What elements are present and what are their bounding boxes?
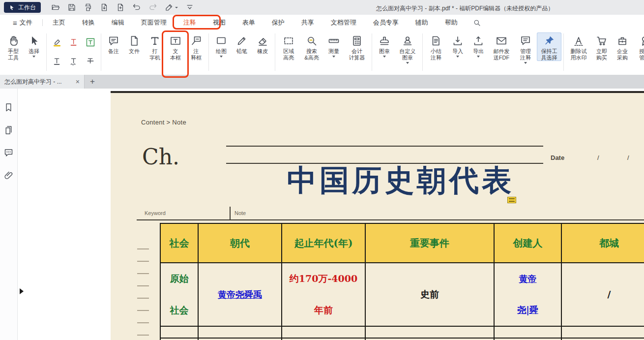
export-pdf-button[interactable] [98,1,110,13]
keep-tool-selected-button[interactable]: 保持工具选择 [537,32,561,61]
menu-comment[interactable]: 注释 [176,15,204,31]
close-tab-icon[interactable]: × [73,78,80,86]
panel-expand-toggle[interactable] [20,288,24,294]
create-pdf-button[interactable] [115,1,126,13]
pages-panel-button[interactable] [3,124,15,136]
manage-comments-button[interactable]: 管理注释 [514,32,537,64]
table-header-5: 都城 [562,224,644,262]
menu-document-management[interactable]: 文档管理 [323,15,364,31]
squiggly-underline-tool[interactable] [65,52,82,71]
cell-text: 年前 [314,305,333,316]
save-button[interactable] [66,1,78,13]
area-highlight-button[interactable]: 区域高亮 [277,32,300,61]
quick-toolbar-more-button[interactable] [184,1,196,13]
menu-label: 表单 [242,18,255,27]
measure-button[interactable]: 测量 [323,32,344,61]
export-comments-button[interactable]: 导出 [468,32,489,61]
doc-link[interactable]: 黄帝 [519,274,537,284]
button-label: 删除试用水印 [571,48,587,61]
area-icon [283,33,294,48]
menu-label: 共享 [301,18,314,27]
menu-form[interactable]: 表单 [234,15,263,31]
table-header-1: 朝代 [199,224,282,262]
menu-label: 帮助 [445,18,458,27]
bookmarks-panel-button[interactable] [3,101,15,113]
table-row-empty [161,327,644,339]
stamp-button[interactable]: 图章 [374,32,395,61]
cell-text: 史前 [420,289,439,300]
buy-now-button[interactable]: 立即购买 [591,32,612,61]
drawing-button[interactable]: 绘图 [211,32,232,61]
comments-panel-button[interactable] [3,147,15,158]
textbox-button[interactable]: 文本框 [165,32,186,61]
manage-icon [520,33,531,48]
redo-button[interactable] [147,1,159,13]
eraser-button[interactable]: 橡皮 [252,32,273,61]
undo-button[interactable] [131,1,143,13]
menu-member[interactable]: 会员专享 [365,15,407,31]
import-comments-button[interactable]: 导入 [447,32,468,61]
custom-stamp-button[interactable]: 自定义图章 [395,32,420,64]
print-button[interactable] [82,1,94,13]
margin-rule-line [137,298,149,299]
typewriter-button[interactable]: 打字机 [145,32,165,61]
menu-share[interactable]: 共享 [293,15,322,31]
boxed-text-tool[interactable] [82,32,99,52]
highlight-tool[interactable] [49,32,65,52]
doc-date-slash: / [597,154,599,161]
menu-page-management[interactable]: 页面管理 [133,15,175,31]
shape-icon [215,33,227,48]
accounting-calculator-button[interactable]: 会计计算器 [344,32,370,61]
undo-icon [132,3,141,12]
new-tab-button[interactable]: + [85,75,100,89]
doc-link[interactable]: 尧|舜 [517,305,538,315]
pen-tool-button[interactable] [163,1,179,13]
menu-edit[interactable]: 编辑 [104,15,132,31]
button-label: 立即购买 [596,48,607,61]
dropdown-caret-icon [175,7,178,8]
callout-button[interactable]: 注释框 [186,32,206,61]
sticky-note-icon[interactable] [507,197,516,203]
cell-text: 约170万-4000 [290,273,357,284]
workspace-button[interactable]: 工作台 [4,2,41,13]
hand-tool-button[interactable]: 手型工具 [3,32,24,61]
button-label: 文件 [129,48,140,55]
tab-title: 怎么面对高中学习 - ... [4,78,62,86]
note-button[interactable]: 备注 [103,32,124,61]
strikeout-tool[interactable] [82,52,99,71]
pencil-button[interactable]: 铅笔 [232,32,252,61]
search-highlight-button[interactable]: 搜索&高亮 [300,32,323,61]
document-tab[interactable]: 怎么面对高中学习 - ... × [0,75,85,89]
license-management-button[interactable]: 授权管理 [633,32,644,61]
menubar-divider [42,19,43,26]
replace-text-tool[interactable] [65,32,82,52]
menu-view[interactable]: 视图 [205,15,234,31]
menu-assist[interactable]: 辅助 [408,15,436,31]
remove-trial-watermark-button[interactable]: 删除试用水印 [566,32,591,61]
enterprise-purchase-button[interactable]: 企业采购 [612,32,633,61]
keyword-rule [137,219,644,220]
underline-tool[interactable] [49,52,65,71]
email-fdf-button[interactable]: 邮件发送FDF [489,32,514,61]
button-label: 注释框 [191,48,202,61]
menu-help[interactable]: 帮助 [437,15,466,31]
doc-link[interactable]: 黄帝尧舜禹 [218,289,262,300]
menu-search-button[interactable] [470,16,483,29]
button-label: 保持工具选择 [541,48,557,61]
button-label: 铅笔 [236,48,247,55]
pencil-icon [236,33,248,48]
menu-convert[interactable]: 转换 [74,15,103,31]
menu-protect[interactable]: 保护 [264,15,293,31]
customstamp-icon [402,33,413,48]
tabbar: 怎么面对高中学习 - ... × + [0,75,644,89]
attachments-panel-button[interactable] [3,169,15,181]
open-file-button[interactable] [50,1,61,13]
button-label: 邮件发送FDF [494,48,510,61]
stamp-icon [379,33,390,48]
redo-icon [148,3,157,12]
select-tool-button[interactable]: 选择 [24,32,44,61]
file-attach-button[interactable]: 文件 [124,32,145,61]
summarize-comments-button[interactable]: 小结注释 [425,32,447,61]
menu-home[interactable]: 主页 [45,15,73,31]
menu-file[interactable]: ≡文件 [5,15,40,31]
